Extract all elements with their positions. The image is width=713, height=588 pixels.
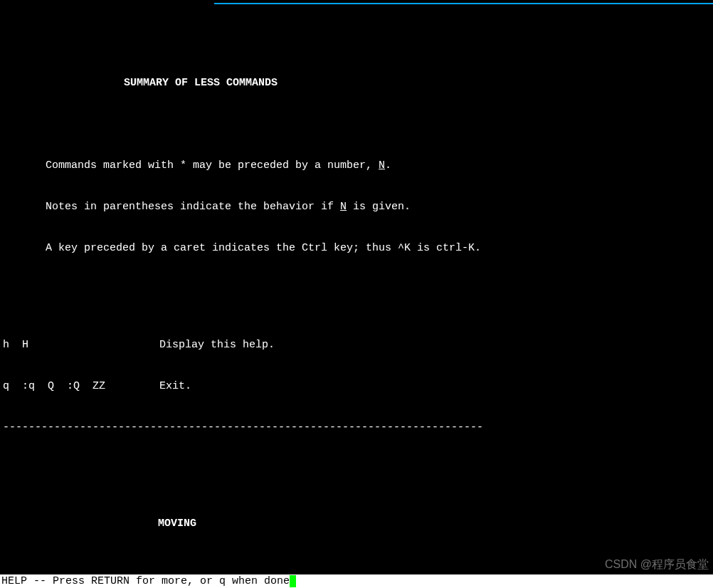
intro-line-1: Commands marked with * may be preceded b…	[3, 159, 710, 172]
csdn-watermark: CSDN @程序员食堂	[605, 557, 709, 572]
section-title-moving: MOVING	[3, 517, 710, 530]
terminal-viewport[interactable]: SUMMARY OF LESS COMMANDS Commands marked…	[0, 4, 713, 588]
help-row: q :q Q :Q ZZExit.	[3, 379, 710, 393]
help-row: h HDisplay this help.	[3, 338, 710, 352]
intro-line-3: A key preceded by a caret indicates the …	[3, 241, 710, 255]
cursor	[290, 575, 296, 587]
status-line: HELP -- Press RETURN for more, or q when…	[0, 574, 713, 588]
intro-line-2: Notes in parentheses indicate the behavi…	[3, 200, 710, 214]
divider: ----------------------------------------…	[3, 421, 710, 434]
section-title-summary: SUMMARY OF LESS COMMANDS	[3, 76, 710, 90]
